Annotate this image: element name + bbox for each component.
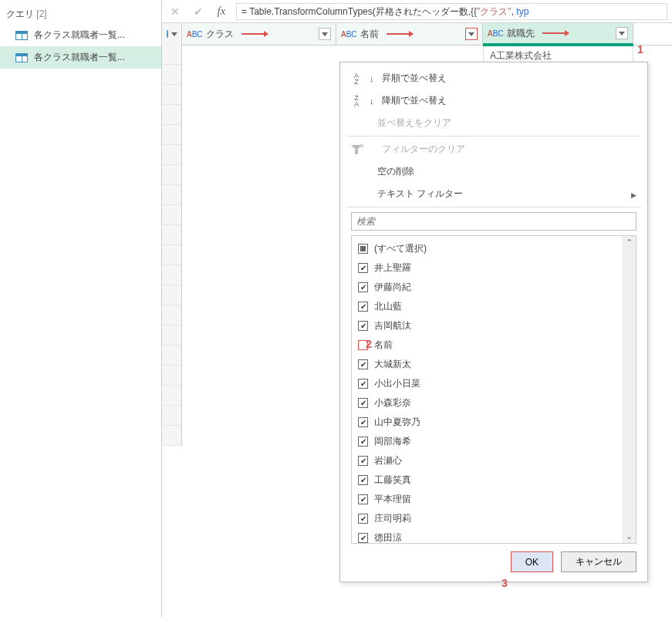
column-header-name[interactable]: ABC 名前 (336, 23, 483, 45)
checkbox[interactable] (358, 282, 368, 292)
row-number (162, 325, 182, 346)
row-column-selector[interactable] (162, 23, 182, 45)
filter-item-label: 小出小日菜 (374, 377, 420, 390)
checkbox[interactable] (358, 302, 368, 312)
filter-check-row[interactable]: 小森彩奈 (356, 393, 617, 413)
column-header-class[interactable]: ABC クラス (182, 23, 336, 45)
checkbox[interactable] (358, 359, 368, 369)
row-number (162, 265, 182, 285)
filter-item-label: 岡部海希 (374, 435, 411, 448)
checkbox[interactable] (358, 417, 368, 427)
menu-label: 降順で並べ替え (382, 94, 447, 107)
scroll-up-icon[interactable]: ⌃ (626, 238, 633, 248)
row-number (162, 145, 182, 165)
column-filter-button[interactable] (319, 28, 331, 40)
confirm-formula-icon[interactable]: ✔ (190, 3, 207, 20)
filter-item-label: 吉岡航汰 (374, 319, 411, 332)
type-icon: ABC (187, 30, 203, 39)
checkbox[interactable] (358, 321, 368, 331)
row-number (162, 305, 182, 325)
sort-asc-icon: AZ (351, 72, 362, 85)
select-all-label: (すべて選択) (374, 242, 427, 255)
row-number (162, 45, 182, 65)
row-number (162, 285, 182, 305)
annotation-2: 2 (366, 338, 372, 350)
cancel-formula-icon[interactable]: ✕ (167, 3, 184, 20)
query-item[interactable]: 各クラス就職者一覧... (0, 46, 161, 69)
filter-check-row[interactable]: 名前 (356, 335, 617, 355)
filter-check-row[interactable]: 平本理留 (356, 490, 617, 509)
filter-check-row[interactable]: 吉岡航汰 (356, 316, 617, 335)
row-number (162, 366, 182, 386)
text-filter[interactable]: テキスト フィルター (340, 183, 647, 205)
formula-quoted: "クラス" (477, 6, 512, 17)
filter-item-label: 小森彩奈 (374, 396, 411, 410)
row-number (162, 406, 182, 426)
remove-empty[interactable]: 空の削除 (340, 160, 647, 183)
checkbox[interactable] (358, 379, 368, 389)
column-filter-button[interactable] (616, 27, 628, 39)
checkbox[interactable] (358, 456, 368, 466)
query-item[interactable]: 各クラス就職者一覧... (0, 24, 161, 46)
checkbox[interactable] (358, 398, 368, 408)
chevron-down-icon (468, 32, 474, 36)
checkbox[interactable] (358, 514, 368, 524)
scrollbar[interactable]: ⌃ ⌄ (622, 236, 636, 543)
sort-ascending[interactable]: AZ↓ 昇順で並べ替え (340, 67, 647, 89)
clear-filter: ✕ フィルターのクリア (340, 138, 647, 160)
checkbox[interactable] (358, 475, 368, 485)
scroll-down-icon[interactable]: ⌄ (626, 531, 633, 541)
menu-label: 昇順で並べ替え (382, 72, 447, 85)
row-numbers (162, 45, 182, 446)
cancel-button[interactable]: キャンセル (561, 551, 637, 572)
filter-check-row[interactable]: 庄司明莉 (356, 509, 617, 528)
annotation-arrow (542, 32, 569, 34)
checkbox[interactable] (358, 437, 368, 447)
menu-label: テキスト フィルター (377, 187, 463, 201)
filter-check-row[interactable]: 工藤笑真 (356, 470, 617, 490)
checkbox[interactable] (358, 533, 368, 543)
checkbox[interactable] (358, 494, 368, 504)
filter-item-label: 平本理留 (374, 493, 411, 506)
column-headers: ABC クラス ABC 名前 ABC 就職先 (162, 23, 672, 46)
filter-check-row[interactable]: 北山藍 (356, 297, 617, 316)
filter-check-row[interactable]: 山中夏弥乃 (356, 413, 617, 432)
search-input[interactable] (351, 212, 637, 231)
filter-check-row[interactable]: 井上聖羅 (356, 258, 617, 278)
annotation-3: 3 (501, 577, 508, 589)
checkbox-indeterminate[interactable] (358, 244, 368, 254)
filter-item-label: 大城新太 (374, 358, 411, 371)
table-icon (167, 30, 168, 38)
checkbox[interactable] (358, 263, 368, 273)
filter-dropdown: AZ↓ 昇順で並べ替え ZA↓ 降順で並べ替え 並べ替えをクリア ✕ フィルター… (339, 62, 648, 582)
dropdown-icon (171, 32, 177, 36)
clear-sort: 並べ替えをクリア (340, 112, 647, 134)
column-label: 就職先 (507, 27, 535, 40)
row-number (162, 245, 182, 265)
select-all-row[interactable]: (すべて選択) (356, 239, 617, 258)
filter-check-row[interactable]: 岡部海希 (356, 432, 617, 451)
filter-checklist: (すべて選択) 井上聖羅伊藤尚紀北山藍吉岡航汰名前大城新太小出小日菜小森彩奈山中… (352, 236, 622, 543)
chevron-right-icon (630, 191, 637, 197)
dialog-buttons: OK キャンセル (340, 544, 647, 577)
formula-input[interactable]: = Table.TransformColumnTypes(昇格されたヘッダー数,… (236, 3, 667, 20)
filter-check-row[interactable]: 伊藤尚紀 (356, 278, 617, 297)
row-number (162, 65, 182, 85)
ok-button[interactable]: OK (511, 551, 553, 572)
main-area: ✕ ✔ fx = Table.TransformColumnTypes(昇格され… (162, 0, 672, 617)
filter-check-row[interactable]: 小出小日菜 (356, 374, 617, 393)
separator (346, 136, 641, 137)
filter-check-row[interactable]: 岩瀬心 (356, 451, 617, 470)
column-header-employer[interactable]: ABC 就職先 (483, 23, 633, 45)
fx-icon[interactable]: fx (213, 3, 230, 20)
filter-item-label: 徳田涼 (374, 531, 402, 543)
filter-checklist-container: (すべて選択) 井上聖羅伊藤尚紀北山藍吉岡航汰名前大城新太小出小日菜小森彩奈山中… (351, 235, 637, 544)
column-filter-button[interactable] (465, 28, 478, 40)
table-icon (15, 53, 28, 62)
filter-check-row[interactable]: 徳田涼 (356, 528, 617, 543)
filter-item-label: 工藤笑真 (374, 474, 411, 487)
filter-check-row[interactable]: 大城新太 (356, 355, 617, 374)
sort-descending[interactable]: ZA↓ 降順で並べ替え (340, 89, 647, 112)
filter-item-label: 井上聖羅 (374, 261, 411, 275)
sort-desc-icon: ZA (351, 95, 362, 107)
